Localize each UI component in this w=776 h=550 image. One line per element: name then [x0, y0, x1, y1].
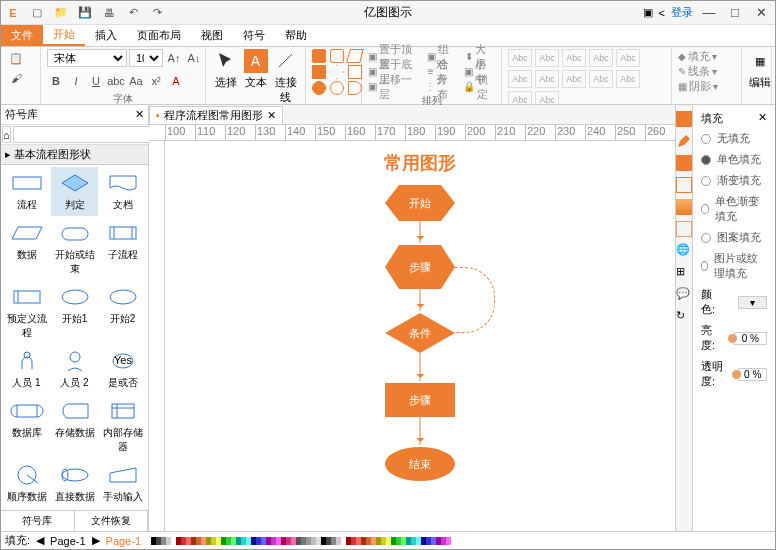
strike-button[interactable]: abc — [107, 72, 125, 90]
font-grow-icon[interactable]: A↑ — [165, 49, 183, 67]
settings-icon[interactable]: ⊞ — [676, 265, 692, 281]
library-shape[interactable]: 人员 2 — [51, 345, 98, 394]
menu-help[interactable]: 帮助 — [275, 25, 317, 46]
library-shape[interactable]: 顺序数据 — [3, 459, 50, 508]
fill-opt-none[interactable]: 无填充 — [701, 128, 767, 149]
share-icon[interactable]: < — [659, 7, 665, 19]
library-shape[interactable]: 判定 — [51, 167, 98, 216]
fill-btn[interactable]: ◆ 填充 ▾ — [678, 49, 717, 64]
paste-icon[interactable]: 📋 — [7, 49, 25, 67]
fill-opt-mono-grad[interactable]: 单色渐变填充 — [701, 191, 767, 227]
library-shape[interactable]: 存储数据 — [51, 395, 98, 458]
highlight-icon[interactable]: x² — [147, 72, 165, 90]
node-condition[interactable]: 条件 — [385, 313, 455, 353]
style-preset[interactable]: Abc — [562, 49, 586, 67]
redo-icon[interactable]: ↷ — [148, 4, 166, 22]
brightness-value[interactable]: 0 % — [734, 332, 767, 345]
document-tab[interactable]: ▪程序流程图常用图形✕ — [149, 106, 283, 124]
library-home-icon[interactable]: ⌂ — [2, 126, 11, 143]
style-preset[interactable]: Abc — [535, 70, 559, 88]
style-preset[interactable]: Abc — [508, 70, 532, 88]
minimize-button[interactable]: — — [699, 5, 719, 20]
underline-button[interactable]: U — [87, 72, 105, 90]
page-next-icon[interactable]: ▶ — [92, 534, 100, 547]
connector[interactable] — [420, 353, 421, 381]
connector[interactable] — [420, 221, 421, 243]
arr-up[interactable]: ▣ 上移一层 — [368, 79, 417, 94]
fill-opt-gradient[interactable]: 渐变填充 — [701, 170, 767, 191]
pencil-icon[interactable] — [676, 133, 692, 149]
node-step1[interactable]: 步骤 — [385, 245, 455, 289]
style-preset[interactable]: Abc — [508, 49, 532, 67]
opacity-value[interactable]: 0 % — [738, 368, 767, 381]
library-shape[interactable]: 数据库 — [3, 395, 50, 458]
new-icon[interactable]: ▢ — [28, 4, 46, 22]
style-preset[interactable]: Abc — [562, 70, 586, 88]
node-start[interactable]: 开始 — [385, 185, 455, 221]
menu-symbol[interactable]: 符号 — [233, 25, 275, 46]
library-search-input[interactable] — [13, 126, 159, 143]
libtab-symbols[interactable]: 符号库 — [1, 511, 75, 531]
page-prev-icon[interactable]: ◀ — [36, 534, 44, 547]
case-button[interactable]: Aa — [127, 72, 145, 90]
arr-dist[interactable]: ⋮ 分布 — [425, 79, 455, 94]
canvas[interactable]: 常用图形 开始 步骤 条件 步骤 结束 — [165, 141, 675, 531]
page-current[interactable]: Page-1 — [106, 535, 141, 547]
edit-tool[interactable]: ▦编辑 — [748, 49, 772, 90]
style-preset[interactable]: Abc — [616, 49, 640, 67]
library-close-icon[interactable]: ✕ — [135, 108, 144, 121]
connector[interactable] — [420, 417, 421, 445]
library-shape[interactable]: 数据 — [3, 217, 50, 280]
menu-layout[interactable]: 页面布局 — [127, 25, 191, 46]
history-icon[interactable]: ↻ — [676, 309, 692, 325]
text-tool[interactable]: A文本 — [242, 49, 269, 90]
library-shape[interactable]: 直接数据 — [51, 459, 98, 508]
menu-insert[interactable]: 插入 — [85, 25, 127, 46]
cloud-icon[interactable]: ▣ — [643, 6, 653, 19]
print-icon[interactable]: 🖶 — [100, 4, 118, 22]
loop-connector[interactable] — [455, 267, 495, 333]
library-shape[interactable]: 开始1 — [51, 281, 98, 344]
style-preset[interactable]: Abc — [589, 70, 613, 88]
color-swatch[interactable]: ▾ — [738, 296, 767, 309]
library-shape[interactable]: 开始2 — [99, 281, 146, 344]
node-step2[interactable]: 步骤 — [385, 383, 455, 417]
text-style-icon[interactable] — [676, 177, 692, 193]
page-tab[interactable]: Page-1 — [50, 535, 85, 547]
image-icon[interactable] — [676, 199, 692, 215]
library-shape[interactable]: 流程 — [3, 167, 50, 216]
paint-bucket-icon[interactable] — [676, 111, 692, 127]
select-tool[interactable]: 选择 — [212, 49, 239, 90]
bold-button[interactable]: B — [47, 72, 65, 90]
font-size-select[interactable]: 10 — [129, 49, 163, 67]
line-btn[interactable]: ✎ 线条 ▾ — [678, 64, 717, 79]
library-shape[interactable]: 文档 — [99, 167, 146, 216]
login-link[interactable]: 登录 — [671, 5, 693, 20]
font-color-icon[interactable]: A — [167, 72, 185, 90]
connect-tool[interactable]: 连接线 — [272, 49, 299, 105]
open-icon[interactable]: 📁 — [52, 4, 70, 22]
globe-icon[interactable]: 🌐 — [676, 243, 692, 259]
maximize-button[interactable]: □ — [725, 5, 745, 20]
library-shape[interactable]: 开始或结束 — [51, 217, 98, 280]
library-shape[interactable]: 子流程 — [99, 217, 146, 280]
style-preset[interactable]: Abc — [616, 70, 640, 88]
library-shape[interactable]: 手动输入 — [99, 459, 146, 508]
libtab-recover[interactable]: 文件恢复 — [75, 511, 149, 531]
arr-lock[interactable]: 🔒 锁定 — [463, 79, 495, 94]
shape-fill-icon[interactable] — [676, 155, 692, 171]
node-end[interactable]: 结束 — [385, 447, 455, 481]
library-shape[interactable]: 人员 1 — [3, 345, 50, 394]
shadow-btn[interactable]: ▦ 阴影 ▾ — [678, 79, 718, 94]
close-button[interactable]: ✕ — [751, 5, 771, 20]
connector[interactable] — [420, 289, 421, 311]
menu-start[interactable]: 开始 — [43, 25, 85, 46]
italic-button[interactable]: I — [67, 72, 85, 90]
library-shape[interactable]: Yes是或否 — [99, 345, 146, 394]
tab-close-icon[interactable]: ✕ — [267, 109, 276, 122]
shape-gallery[interactable] — [312, 49, 364, 95]
font-family-select[interactable]: 宋体 — [47, 49, 127, 67]
font-shrink-icon[interactable]: A↓ — [185, 49, 203, 67]
style-preset[interactable]: Abc — [535, 49, 559, 67]
format-painter-icon[interactable]: 🖌 — [7, 69, 25, 87]
